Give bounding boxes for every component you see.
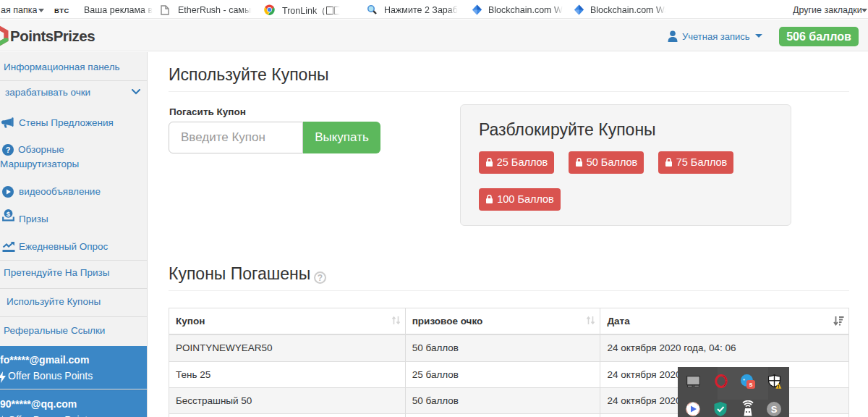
- svg-text:?: ?: [6, 146, 11, 154]
- svg-text:*: *: [743, 377, 745, 384]
- svg-text:s: s: [749, 381, 752, 388]
- svg-text:$: $: [7, 210, 11, 218]
- svg-text:S: S: [771, 404, 778, 415]
